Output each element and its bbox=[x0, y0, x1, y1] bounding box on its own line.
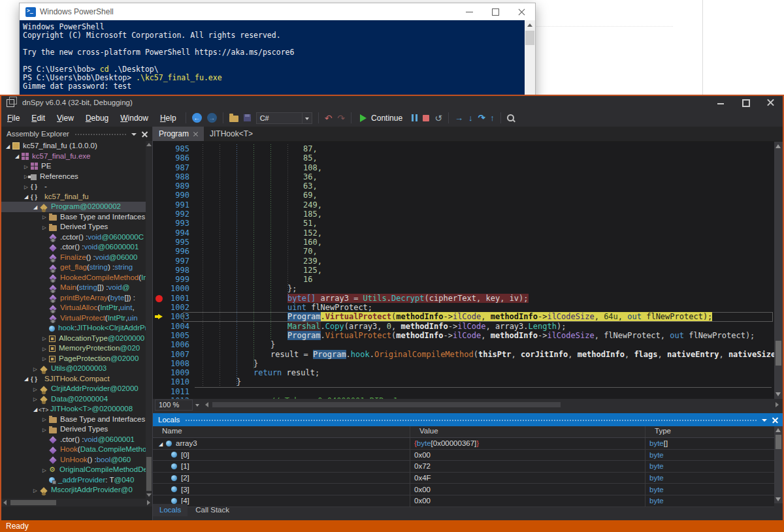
column-header-name[interactable]: Name bbox=[153, 426, 410, 437]
close-button[interactable] bbox=[509, 3, 535, 20]
redo-icon[interactable]: ↷ bbox=[337, 114, 345, 123]
locals-row[interactable]: [1]0x72byte bbox=[153, 461, 774, 473]
maximize-button[interactable] bbox=[483, 3, 509, 20]
panel-tab-locals[interactable]: Locals bbox=[153, 504, 188, 516]
scrollbar-thumb[interactable] bbox=[146, 457, 152, 491]
panel-tab-call-stack[interactable]: Call Stack bbox=[189, 504, 236, 516]
expander-closed-icon[interactable] bbox=[41, 222, 48, 232]
breakpoint-margin[interactable] bbox=[153, 191, 166, 200]
expander-closed-icon[interactable] bbox=[41, 424, 48, 435]
close-icon[interactable] bbox=[772, 417, 778, 423]
tab-program[interactable]: Program bbox=[153, 127, 204, 141]
code-lines[interactable]: 98587,98685,987108,98836,98963,99069,991… bbox=[153, 144, 774, 399]
expander-closed-icon[interactable] bbox=[41, 343, 48, 354]
column-header-value[interactable]: Value bbox=[410, 426, 645, 437]
code-line-994[interactable]: 994152, bbox=[153, 228, 774, 238]
scrollbar-thumb[interactable] bbox=[776, 341, 781, 366]
code-line-1002[interactable]: 1002uint flNewProtect; bbox=[153, 303, 774, 312]
breakpoint-margin[interactable] bbox=[153, 303, 166, 312]
variable-value[interactable]: 0x4F bbox=[410, 473, 645, 484]
breakpoint-margin[interactable] bbox=[153, 294, 166, 303]
variable-value[interactable]: 0x00 bbox=[410, 484, 645, 495]
breakpoint-margin[interactable] bbox=[153, 331, 166, 340]
expander-closed-icon[interactable] bbox=[22, 181, 30, 192]
locals-grid[interactable]: array3{byte[0x00000367]}byte[][0]0x00byt… bbox=[153, 438, 774, 507]
code-line-1006[interactable]: 1006} bbox=[153, 340, 774, 349]
tree-item[interactable]: get_flag(string) : string bbox=[1, 262, 152, 273]
scrollbar-thumb[interactable] bbox=[525, 31, 534, 45]
expander-closed-icon[interactable] bbox=[41, 415, 48, 425]
tab-jithook-t-[interactable]: JITHook<T> bbox=[204, 127, 259, 141]
expander-open-icon[interactable] bbox=[157, 439, 165, 447]
code-line-985[interactable]: 98587, bbox=[153, 144, 774, 153]
breakpoint-margin[interactable] bbox=[153, 368, 166, 377]
minimize-button[interactable] bbox=[708, 96, 733, 109]
tree-item[interactable]: Derived Types bbox=[1, 424, 152, 435]
show-next-statement-icon[interactable]: → bbox=[455, 114, 463, 122]
zoom-dropdown-icon[interactable] bbox=[193, 399, 203, 411]
code-line-997[interactable]: 997239, bbox=[153, 257, 774, 266]
tree-item[interactable]: .ctor() : void @06000001 bbox=[1, 242, 152, 253]
breakpoint-margin[interactable] bbox=[153, 266, 166, 275]
breakpoint-margin[interactable] bbox=[153, 396, 166, 399]
code-line-1001[interactable]: 1001byte[] array3 = Utils.Decrypt(cipher… bbox=[153, 294, 774, 303]
minimize-button[interactable] bbox=[457, 3, 483, 20]
breakpoint-margin[interactable] bbox=[153, 312, 166, 321]
expander-closed-icon[interactable] bbox=[41, 354, 48, 364]
breakpoint-margin[interactable] bbox=[153, 200, 166, 210]
tree-item[interactable]: VirtualAlloc(IntPtr, uint, bbox=[1, 303, 152, 313]
tree-item[interactable]: JITHook<T> @02000008 bbox=[1, 404, 152, 415]
breakpoint-margin[interactable] bbox=[153, 257, 166, 266]
breakpoint-margin[interactable] bbox=[153, 181, 166, 191]
tree-item[interactable]: Utils @02000003 bbox=[1, 364, 152, 374]
dnspy-titlebar[interactable]: dnSpy v6.0.4 (32-bit, Debugging) bbox=[1, 96, 783, 109]
step-out-icon[interactable]: ↑ bbox=[490, 114, 495, 122]
tree-item[interactable]: VirtualProtect(IntPtr, uin bbox=[1, 313, 152, 324]
code-line-999[interactable]: 99916 bbox=[153, 275, 774, 284]
code-line-1003[interactable]: 1003Program.VirtualProtect(methodInfo->i… bbox=[153, 312, 774, 321]
expander-closed-icon[interactable] bbox=[41, 334, 48, 344]
code-line-990[interactable]: 99069, bbox=[153, 191, 774, 200]
tree-item[interactable]: _addrProvider : T @040 bbox=[1, 475, 152, 486]
tree-item[interactable]: kc57_final_fu.exe bbox=[1, 151, 152, 162]
locals-vertical-scrollbar[interactable] bbox=[774, 426, 783, 503]
save-all-icon[interactable] bbox=[244, 114, 251, 121]
chevron-down-icon[interactable] bbox=[302, 113, 312, 123]
breakpoint-margin[interactable] bbox=[153, 350, 166, 359]
restart-icon[interactable]: ↺ bbox=[434, 114, 442, 123]
tree-horizontal-scrollbar[interactable] bbox=[1, 499, 152, 507]
menu-view[interactable]: View bbox=[51, 112, 80, 125]
expander-closed-icon[interactable] bbox=[31, 394, 39, 405]
code-line-1005[interactable]: 1005Program.VirtualProtect(methodInfo->i… bbox=[153, 331, 774, 340]
menu-file[interactable]: File bbox=[1, 112, 25, 125]
breakpoint-icon[interactable] bbox=[155, 295, 163, 302]
breakpoint-margin[interactable] bbox=[153, 163, 166, 172]
search-icon[interactable] bbox=[507, 114, 514, 121]
dnspy-window[interactable]: dnSpy v6.0.4 (32-bit, Debugging) FileEdi… bbox=[0, 95, 784, 532]
scrollbar-thumb[interactable] bbox=[212, 402, 561, 407]
tree-item[interactable]: ClrjitAddrProvider @02000 bbox=[1, 384, 152, 394]
code-line-992[interactable]: 992185, bbox=[153, 210, 774, 219]
expander-open-icon[interactable] bbox=[22, 192, 30, 202]
tree-item[interactable]: - bbox=[1, 181, 152, 192]
navigate-back-icon[interactable]: ← bbox=[192, 113, 202, 123]
code-line-1012[interactable]: 1012// Token: 0x04000001 RID: 1 bbox=[153, 396, 774, 399]
chevron-down-icon[interactable] bbox=[131, 133, 137, 136]
code-line-1007[interactable]: 1007result = Program.hook.OriginalCompil… bbox=[153, 350, 774, 359]
code-line-998[interactable]: 998125, bbox=[153, 266, 774, 275]
tree-item[interactable]: MemoryProtection @020 bbox=[1, 343, 152, 354]
tree-item[interactable]: AllocationType @0200000 bbox=[1, 334, 152, 344]
continue-button[interactable]: Continue bbox=[360, 114, 402, 123]
menu-edit[interactable]: Edit bbox=[25, 112, 51, 125]
scroll-left-icon[interactable] bbox=[205, 402, 208, 407]
breakpoint-margin[interactable] bbox=[153, 172, 166, 181]
expander-closed-icon[interactable] bbox=[41, 465, 48, 475]
breakpoint-margin[interactable] bbox=[153, 247, 166, 256]
editor-vertical-scrollbar[interactable] bbox=[774, 142, 783, 399]
scroll-left-icon[interactable] bbox=[3, 500, 7, 505]
breakpoint-margin[interactable] bbox=[153, 322, 166, 331]
tree-item[interactable]: HookedCompileMethod(IntPtr, bbox=[1, 273, 152, 283]
locals-row[interactable]: array3{byte[0x00000367]}byte[] bbox=[153, 438, 774, 450]
expander-closed-icon[interactable] bbox=[31, 485, 39, 495]
menu-debug[interactable]: Debug bbox=[80, 112, 114, 125]
